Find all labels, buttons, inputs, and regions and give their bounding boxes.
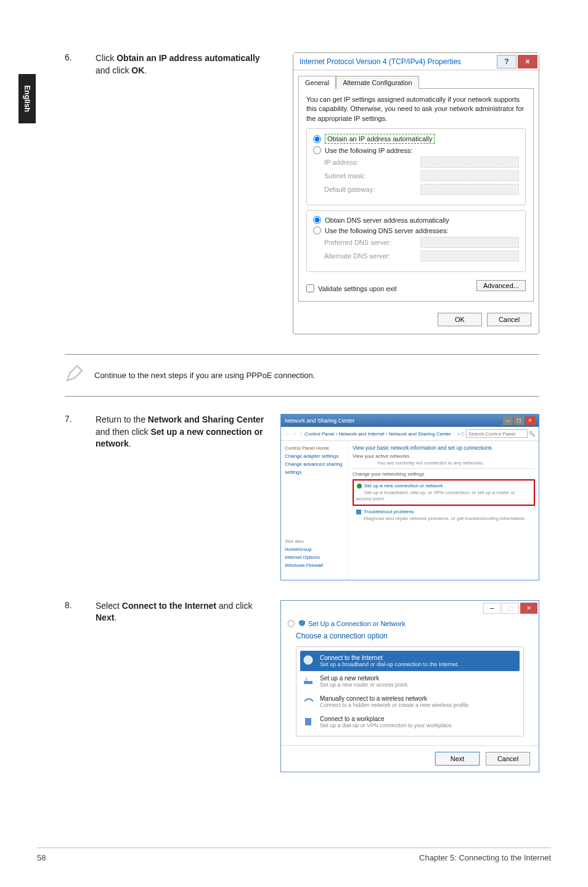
heading-basic-info: View your basic network information and … (353, 445, 535, 451)
step-text: Return to the Network and Sharing Center… (96, 414, 280, 580)
search-icon[interactable]: 🔍 (529, 431, 535, 437)
step-6: 6. Click Obtain an IP address automatica… (65, 52, 539, 334)
svg-rect-1 (356, 510, 361, 514)
close-button[interactable]: × (520, 603, 537, 614)
up-icon[interactable]: ↑ (300, 431, 302, 437)
pen-icon (65, 363, 94, 387)
cancel-button[interactable]: Cancel (486, 752, 530, 765)
sidebar: Control Panel Home Change adapter settin… (281, 441, 349, 579)
subnet-row: Subnet mask: ... (324, 170, 519, 181)
dns-fieldset: Obtain DNS server address automatically … (306, 210, 526, 272)
wizard-body: Choose a connection option Connect to th… (281, 632, 539, 745)
radio-use-ip[interactable]: Use the following IP address: (313, 146, 519, 154)
radio-auto-dns-input[interactable] (313, 216, 321, 224)
ip-fieldset: Obtain an IP address automatically Use t… (306, 128, 526, 205)
option-new-network[interactable]: Set up a new network Set up a new router… (300, 671, 520, 691)
close-button[interactable]: × (518, 55, 537, 68)
page-footer: 58 Chapter 5: Connecting to the Internet (37, 848, 551, 862)
wizard-titlebar: – □ × (281, 601, 539, 616)
sidebar-adapter[interactable]: Change adapter settings (285, 453, 345, 461)
radio-use-dns[interactable]: Use the following DNS server addresses: (313, 226, 519, 234)
chapter-title: Chapter 5: Connecting to the Internet (419, 853, 551, 862)
minimize-button[interactable]: – (503, 416, 513, 425)
wireless-icon (303, 695, 316, 706)
step-6-figure: Internet Protocol Version 4 (TCP/IPv4) P… (280, 52, 539, 334)
window-title: Network and Sharing Center (285, 418, 355, 424)
router-icon (303, 675, 316, 686)
validate-checkbox[interactable] (306, 284, 314, 292)
help-button[interactable]: ? (497, 55, 517, 68)
svg-point-2 (304, 656, 312, 664)
step-number: 6. (65, 52, 96, 334)
no-networks-text: You are currently not connected to any n… (377, 460, 535, 466)
option-wireless[interactable]: Manually connect to a wireless network C… (300, 691, 520, 712)
address-bar: ← → ↑ Control Panel › Network and Intern… (281, 427, 539, 441)
window-body: Control Panel Home Change adapter settin… (281, 441, 539, 579)
heading-change-settings: Change your networking settings (353, 471, 535, 477)
main-panel: View your basic network information and … (349, 441, 539, 579)
page: English 6. Click Obtain an IP address au… (0, 0, 588, 887)
sidebar-homegroup[interactable]: HomeGroup (285, 546, 345, 554)
window-titlebar: Network and Sharing Center – □ × (281, 415, 539, 427)
page-number: 58 (37, 853, 46, 862)
wizard-subheader: ◯ Set Up a Connection or Network (281, 616, 539, 632)
advanced-button[interactable]: Advanced... (476, 280, 526, 291)
sidebar-firewall[interactable]: Windows Firewall (285, 562, 345, 570)
content-area: 6. Click Obtain an IP address automatica… (65, 52, 539, 792)
sidebar-home[interactable]: Control Panel Home (285, 445, 345, 453)
step-7-figure: Network and Sharing Center – □ × ← → ↑ C… (280, 414, 539, 580)
language-tab: English (18, 74, 36, 123)
validate-checkbox-row[interactable]: Validate settings upon exit (306, 284, 397, 292)
gateway-row: Default gateway: ... (324, 184, 519, 195)
close-button[interactable]: × (525, 416, 535, 425)
option-workplace[interactable]: Connect to a workplace Set up a dial-up … (300, 712, 520, 732)
minimize-button[interactable]: – (483, 603, 500, 614)
pref-dns-row: Preferred DNS server: ... (324, 237, 519, 248)
ipv4-properties-dialog: Internet Protocol Version 4 (TCP/IPv4) P… (293, 52, 539, 334)
dialog-footer: OK Cancel (293, 307, 539, 334)
alt-dns-field: ... (420, 250, 519, 262)
cancel-button[interactable]: Cancel (487, 313, 531, 326)
forward-icon[interactable]: → (292, 431, 297, 437)
step-text: Click Obtain an IP address automatically… (96, 52, 280, 334)
step-text: Select Connect to the Internet and click… (96, 600, 280, 772)
radio-use-ip-input[interactable] (313, 146, 321, 154)
option-connect-internet[interactable]: Connect to the Internet Set up a broadba… (300, 651, 520, 671)
option-new-connection[interactable]: Set up a new connection or network Set u… (353, 479, 535, 506)
building-icon (303, 716, 316, 727)
svg-rect-3 (304, 681, 312, 684)
dialog-description: You can get IP settings assigned automat… (306, 95, 526, 123)
dialog-title: Internet Protocol Version 4 (TCP/IPv4) P… (293, 57, 497, 66)
sidebar-inet-options[interactable]: Internet Options (285, 554, 345, 562)
step-8-figure: – □ × ◯ Set Up a Connection or Network C… (280, 600, 539, 772)
ok-button[interactable]: OK (438, 313, 482, 326)
ip-address-row: IP address: ... (324, 157, 519, 168)
wizard-heading: Choose a connection option (296, 632, 524, 640)
step-number: 8. (65, 600, 96, 772)
step-7: 7. Return to the Network and Sharing Cen… (65, 414, 539, 580)
dialog-body: You can get IP settings assigned automat… (298, 88, 534, 302)
radio-auto-ip-input[interactable] (313, 135, 321, 143)
note-row: Continue to the next steps if you are us… (65, 354, 539, 397)
option-list: Connect to the Internet Set up a broadba… (296, 646, 524, 736)
tab-general[interactable]: General (298, 76, 336, 89)
radio-auto-ip[interactable]: Obtain an IP address automatically (313, 134, 519, 144)
back-icon[interactable]: ◯ (287, 619, 295, 627)
ip-address-field: ... (420, 157, 519, 168)
option-troubleshoot[interactable]: Troubleshoot problems Diagnose and repai… (353, 506, 535, 525)
language-label: English (23, 85, 31, 112)
search-input[interactable] (466, 429, 528, 438)
shield-icon (298, 619, 306, 628)
tab-alternate[interactable]: Alternate Configuration (336, 76, 419, 89)
maximize-button[interactable]: □ (502, 603, 519, 614)
svg-rect-5 (305, 718, 311, 725)
pref-dns-field: ... (420, 237, 519, 248)
maximize-button[interactable]: □ (514, 416, 524, 425)
next-button[interactable]: Next (435, 752, 480, 765)
breadcrumb[interactable]: Control Panel › Network and Internet › N… (304, 431, 451, 437)
radio-use-dns-input[interactable] (313, 226, 321, 234)
troubleshoot-icon (356, 509, 362, 515)
radio-auto-dns[interactable]: Obtain DNS server address automatically (313, 216, 519, 224)
sidebar-sharing[interactable]: Change advanced sharing settings (285, 461, 345, 477)
back-icon[interactable]: ← (285, 431, 290, 437)
